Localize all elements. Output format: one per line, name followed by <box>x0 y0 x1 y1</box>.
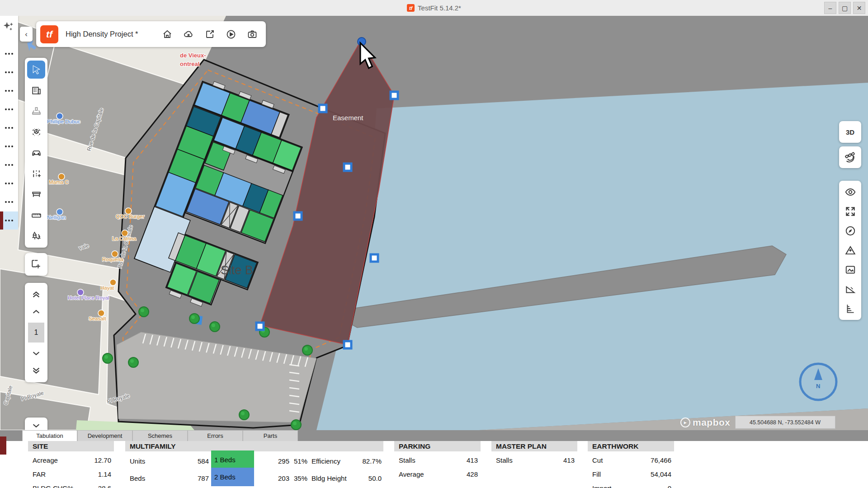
food-poi-icon <box>125 208 132 214</box>
overflow-menu-row[interactable] <box>0 63 18 81</box>
tool-trees[interactable] <box>27 227 45 245</box>
cloud-sync-icon[interactable] <box>183 29 194 40</box>
site-label: Site B <box>221 263 253 277</box>
food-poi-icon <box>112 251 118 257</box>
metric-value: 82.7% <box>362 457 382 465</box>
bed-count: 203 <box>278 474 289 482</box>
stat-label: Acreage <box>33 456 58 464</box>
overflow-menu-row[interactable] <box>0 156 18 174</box>
window-title: TestFit 5.14.2* <box>418 4 461 12</box>
back-button[interactable]: ‹ <box>20 27 33 42</box>
stat-label: Units <box>130 457 145 465</box>
tool-orbit[interactable] <box>27 123 45 141</box>
overflow-menu-row[interactable] <box>0 174 18 192</box>
tree <box>291 420 301 430</box>
tool-car[interactable] <box>27 144 45 162</box>
tool-building[interactable] <box>27 81 45 99</box>
vertex-handle[interactable] <box>294 212 302 220</box>
bed-type-chip[interactable]: 1 Beds <box>211 450 254 469</box>
overflow-menu-row[interactable] <box>0 82 18 100</box>
level-up-button[interactable] <box>28 305 44 319</box>
metric-value: 50.0 <box>368 474 382 482</box>
tool-awning[interactable] <box>27 185 45 203</box>
overflow-menu-row[interactable] <box>0 137 18 155</box>
tree <box>239 410 249 420</box>
tab-schemes[interactable]: Schemes <box>132 430 188 441</box>
stat-value: 584 <box>198 457 209 465</box>
tab-development[interactable]: Development <box>77 430 132 441</box>
hotel-poi-icon <box>77 289 84 296</box>
maximize-button[interactable]: ▢ <box>839 2 851 14</box>
home-icon[interactable] <box>162 29 173 40</box>
tree <box>210 322 220 332</box>
expand-icon[interactable] <box>844 205 857 218</box>
compass[interactable]: N <box>800 364 836 400</box>
stat-value: 787 <box>198 474 209 482</box>
stat-label: Fill <box>592 470 601 478</box>
tool-sliders[interactable] <box>27 164 45 183</box>
vertex-handle[interactable] <box>391 92 398 99</box>
section-title: EARTHWORK <box>588 441 674 451</box>
title-bar: tf TestFit 5.14.2* –▢✕ <box>0 0 868 16</box>
slope-icon[interactable] <box>844 282 857 296</box>
level-bottom-button[interactable] <box>28 364 44 378</box>
hotel-poi-icon <box>57 209 63 215</box>
camera-icon[interactable] <box>247 29 258 40</box>
vertex-handle[interactable] <box>344 341 351 348</box>
overflow-menu-row[interactable] <box>0 193 18 211</box>
overflow-menu-row[interactable] <box>0 119 18 137</box>
stat-value: 428 <box>467 470 478 478</box>
food-poi-icon <box>58 174 65 180</box>
section-icon[interactable] <box>844 302 857 315</box>
mapbox-logo[interactable]: ▸mapbox <box>680 417 731 428</box>
map-canvas[interactable]: Easement Site B Rue de la CapitaleRue de… <box>0 16 868 430</box>
bed-pct: 51% <box>294 457 307 465</box>
ai-sparkle-icon[interactable] <box>2 20 15 34</box>
tab-parts[interactable]: Parts <box>243 430 298 441</box>
poi-label: QDC Burger <box>116 214 144 219</box>
project-title[interactable]: High Density Project * <box>66 30 138 38</box>
stat-value: 76,466 <box>651 456 671 464</box>
tree <box>128 357 138 367</box>
current-level[interactable]: 1 <box>28 323 44 343</box>
tool-ruler[interactable] <box>27 206 45 224</box>
view-3d-button[interactable]: 3D <box>839 121 861 143</box>
tool-podium[interactable] <box>27 102 45 120</box>
stat-value: 28.6 <box>98 484 111 488</box>
tool-select[interactable] <box>27 61 45 79</box>
testfit-logo[interactable]: tf <box>40 25 58 43</box>
satellite-toggle-button[interactable] <box>839 146 861 168</box>
vertex-handle[interactable] <box>344 164 351 171</box>
tab-tabulation[interactable]: Tabulation <box>22 430 77 441</box>
vertex-handle[interactable] <box>371 254 378 262</box>
terrain-add-icon[interactable] <box>844 244 857 257</box>
tree <box>139 307 149 317</box>
overflow-menu-row-selected[interactable] <box>0 211 18 230</box>
vertex-handle[interactable] <box>256 323 264 330</box>
poi-label: Phillipe Dubuc <box>47 119 80 124</box>
cursor-coordinates: 45.504688 N, -73.552484 W <box>735 416 835 429</box>
stat-label: Cut <box>592 456 603 464</box>
play-icon[interactable] <box>226 29 236 40</box>
level-down-button[interactable] <box>28 347 44 360</box>
left-rail <box>0 16 18 227</box>
minimize-button[interactable]: – <box>824 2 836 14</box>
eye-icon[interactable] <box>844 185 857 199</box>
level-top-button[interactable] <box>28 287 44 301</box>
section-title: MASTER PLAN <box>491 441 577 451</box>
bed-pct: 35% <box>294 474 307 482</box>
vertex-handle[interactable] <box>319 105 326 112</box>
tab-errors[interactable]: Errors <box>188 430 243 441</box>
add-region-button[interactable] <box>25 253 47 276</box>
close-button[interactable]: ✕ <box>853 2 865 14</box>
poi-label: Hayat <box>100 285 114 291</box>
share-export-icon[interactable] <box>204 29 215 40</box>
overflow-menu-row[interactable] <box>0 100 18 118</box>
bed-type-chip[interactable]: 2 Beds <box>211 468 254 486</box>
compass-icon[interactable] <box>844 224 857 238</box>
poi-label: Roqueria <box>102 257 123 262</box>
image-icon[interactable] <box>844 263 857 277</box>
stat-value: 54,044 <box>651 470 671 478</box>
metric-label: Bldg Height <box>311 474 347 482</box>
overflow-menu-row[interactable] <box>0 45 18 63</box>
